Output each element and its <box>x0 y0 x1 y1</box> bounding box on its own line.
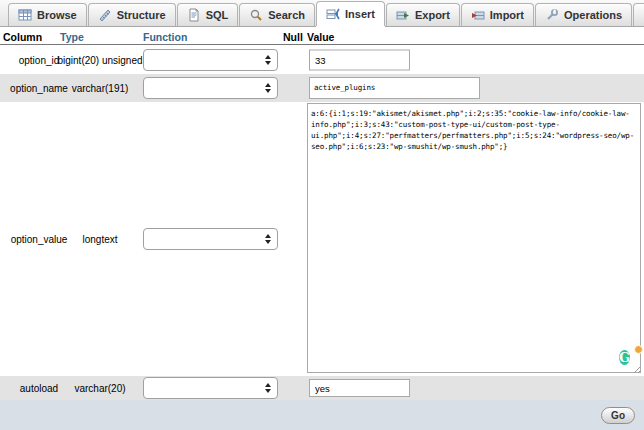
tab-structure[interactable]: Structure <box>88 3 176 26</box>
tab-triggers[interactable]: Triggers <box>633 3 644 26</box>
tab-label: Structure <box>117 9 166 21</box>
tab-label: Browse <box>37 9 77 21</box>
grammarly-icon[interactable]: G <box>619 348 641 370</box>
field-type-option-id: bigint(20) unsigned <box>55 54 145 65</box>
tab-operations[interactable]: Operations <box>535 3 632 26</box>
tab-browse[interactable]: Browse <box>8 3 87 26</box>
tab-label: Import <box>490 9 524 21</box>
field-type-autoload: varchar(20) <box>55 383 145 394</box>
tab-label: Export <box>415 9 450 21</box>
structure-icon <box>98 8 112 22</box>
grammarly-badge-icon <box>634 345 643 354</box>
header-value: Value <box>307 31 334 43</box>
tab-import[interactable]: Import <box>461 3 534 26</box>
tab-label: Insert <box>345 8 375 20</box>
table-row: autoload varchar(20) <box>0 376 644 400</box>
tab-label: SQL <box>206 9 229 21</box>
go-button[interactable]: Go <box>601 407 635 424</box>
search-icon <box>249 8 263 22</box>
insert-row-icon <box>326 7 340 21</box>
field-type-option-value: longtext <box>55 234 145 245</box>
value-input-autoload[interactable] <box>309 379 410 397</box>
table-row: option_value longtext a:6:{i:1;s:19:"aki… <box>0 102 644 376</box>
header-function-link[interactable]: Function <box>143 31 187 43</box>
import-icon <box>471 8 485 22</box>
tab-insert[interactable]: Insert <box>316 1 385 26</box>
header-type-link[interactable]: Type <box>60 31 84 43</box>
sql-page-icon <box>187 8 201 22</box>
tab-export[interactable]: Export <box>386 3 460 26</box>
insert-table-header: Column Type Function Null Value <box>0 30 644 45</box>
tab-sql[interactable]: SQL <box>177 3 239 26</box>
function-select-option-id[interactable] <box>143 49 278 71</box>
field-type-option-name: varchar(191) <box>55 83 145 94</box>
tab-search[interactable]: Search <box>239 3 315 26</box>
tab-label: Operations <box>564 9 622 21</box>
header-null: Null <box>283 31 303 43</box>
operations-wrench-icon <box>545 8 559 22</box>
tab-label: Search <box>268 9 305 21</box>
function-select-option-value[interactable] <box>143 228 278 250</box>
table-row: option_id bigint(20) unsigned <box>0 45 644 74</box>
value-textarea-option-name[interactable]: active_plugins <box>309 77 480 99</box>
browse-table-icon <box>18 8 32 22</box>
header-column: Column <box>3 31 42 43</box>
function-select-option-name[interactable] <box>143 77 278 99</box>
form-footer-bar: Go <box>0 400 644 430</box>
value-input-option-id[interactable] <box>309 49 410 70</box>
table-tab-bar: Browse Structure SQL Search Insert Expor… <box>0 0 644 27</box>
value-textarea-option-value[interactable]: a:6:{i:1;s:19:"akismet/akismet.php";i:2;… <box>307 103 641 373</box>
function-select-autoload[interactable] <box>143 377 278 399</box>
table-row: option_name varchar(191) active_plugins <box>0 74 644 102</box>
export-icon <box>396 8 410 22</box>
